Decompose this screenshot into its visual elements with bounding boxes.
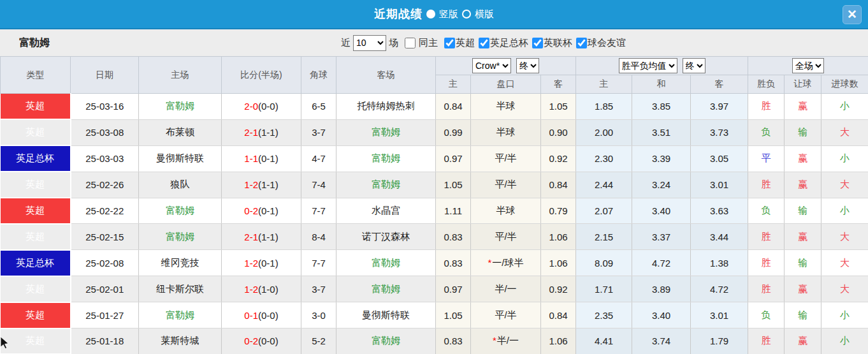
avg-draw-cell: 3.85 [632, 94, 691, 120]
avg-away-cell: 3.63 [691, 198, 748, 224]
corners-cell: 8-4 [301, 224, 336, 250]
odds-home-cell: 1.05 [436, 172, 471, 198]
table-row: 英超25-01-27富勒姆0-1(0-0)3-0曼彻斯特联1.05平/半0.84… [1, 302, 868, 328]
score-cell: 1-1(0-1) [222, 145, 301, 172]
home-team[interactable]: 富勒姆 [139, 94, 222, 120]
away-team[interactable]: 富勒姆 [336, 172, 436, 198]
col-header-avg-away: 客 [691, 75, 748, 94]
league-label: 英联杯 [544, 37, 572, 49]
away-team[interactable]: 诺丁汉森林 [336, 224, 436, 250]
result-goals-cell: 小 [821, 94, 868, 120]
horizontal-layout-radio[interactable] [462, 10, 471, 18]
home-team[interactable]: 富勒姆 [139, 198, 222, 224]
result-group-header: 全场 [748, 57, 868, 75]
odds-home-cell: 0.84 [436, 94, 471, 120]
away-team[interactable]: 曼彻斯特联 [336, 302, 436, 328]
col-header-date: 日期 [71, 57, 139, 94]
half-time-score: (0-0) [258, 101, 278, 112]
handicap-cell: 平/半 [471, 224, 541, 250]
col-header-score: 比分(半场) [222, 57, 301, 94]
avg-home-cell: 4.41 [576, 328, 632, 354]
bookmaker-select[interactable]: Crow* [472, 58, 511, 73]
col-header-home: 主场 [139, 57, 222, 94]
score-cell: 2-0(0-0) [222, 94, 301, 120]
avg-type-select[interactable]: 胜平负均值 [619, 58, 677, 73]
home-team[interactable]: 维冈竞技 [139, 250, 222, 276]
result-handicap-cell: 赢 [785, 145, 821, 172]
result-goals-cell: 小 [821, 302, 868, 328]
table-row: 英超25-02-22富勒姆0-2(0-1)7-7水晶宫1.11半球0.792.0… [1, 198, 868, 224]
horizontal-layout-label[interactable]: 横版 [475, 8, 494, 20]
league-checkbox[interactable] [444, 38, 455, 48]
away-team[interactable]: 托特纳姆热刺 [336, 94, 436, 120]
away-team[interactable]: 水晶宫 [336, 198, 436, 224]
home-team[interactable]: 布莱顿 [139, 119, 222, 145]
half-time-score: (1-1) [258, 127, 278, 138]
odds-home-cell: 1.11 [436, 198, 471, 224]
league-type-badge: 英超 [1, 302, 71, 328]
half-time-score: (0-0) [258, 310, 278, 321]
full-time-score: 1-2 [244, 258, 258, 269]
result-goals-cell: 小 [821, 198, 868, 224]
half-time-score: (0-1) [258, 153, 278, 164]
match-date: 25-02-15 [71, 224, 139, 250]
full-time-score: 2-1 [244, 232, 258, 242]
avg-time-select[interactable]: 终 [683, 58, 705, 73]
league-checkbox[interactable] [532, 38, 543, 48]
avg-away-cell: 3.01 [691, 172, 748, 198]
table-row: 英超25-02-15富勒姆2-1(1-1)8-4诺丁汉森林0.83平/半1.06… [1, 224, 868, 250]
result-goals-cell: 小 [821, 145, 868, 172]
away-team[interactable]: 富勒姆 [336, 250, 436, 276]
home-team[interactable]: 曼彻斯特联 [139, 145, 222, 172]
home-team[interactable]: 狼队 [139, 172, 222, 198]
match-count-select[interactable]: 10 [353, 35, 386, 51]
home-team[interactable]: 纽卡斯尔联 [139, 276, 222, 302]
period-select[interactable]: 全场 [792, 58, 824, 73]
same-home-checkbox[interactable] [405, 38, 416, 48]
score-cell: 1-2(0-1) [222, 250, 301, 276]
vertical-layout-radio[interactable] [426, 10, 435, 18]
score-cell: 1-2(1-1) [222, 172, 301, 198]
odds-group-header: Crow* 终 [436, 57, 576, 75]
avg-draw-cell: 3.40 [632, 198, 691, 224]
avg-home-cell: 1.85 [576, 94, 632, 120]
odds-home-cell: 0.83 [436, 250, 471, 276]
league-checkbox[interactable] [479, 38, 489, 48]
avg-home-cell: 8.09 [576, 250, 632, 276]
corners-cell: 5-2 [301, 328, 336, 354]
title-group: 近期战绩 竖版 横版 [374, 6, 494, 22]
away-team[interactable]: 富勒姆 [336, 145, 436, 172]
col-header-handicap: 盘口 [471, 75, 541, 94]
vertical-layout-label[interactable]: 竖版 [439, 8, 458, 20]
away-team[interactable]: 富勒姆 [336, 119, 436, 145]
avg-draw-cell: 3.51 [632, 119, 691, 145]
result-handicap-cell: 赢 [785, 328, 821, 354]
home-team[interactable]: 富勒姆 [139, 224, 222, 250]
league-filters: 英超英足总杯英联杯球会友谊 [440, 37, 626, 49]
odds-time-select[interactable]: 终 [516, 58, 539, 73]
close-icon: ✕ [847, 8, 857, 21]
away-team[interactable]: 富勒姆 [336, 328, 436, 354]
home-team[interactable]: 富勒姆 [139, 302, 222, 328]
handicap-star: * [493, 335, 496, 346]
league-type-badge: 英超 [1, 119, 71, 145]
away-team[interactable]: 富勒姆 [336, 276, 436, 302]
result-wdl-cell: 胜 [748, 250, 785, 276]
table-row: 英超25-01-18莱斯特城0-2(0-0)5-2富勒姆0.83*半/一1.06… [1, 328, 868, 354]
handicap-star: * [488, 257, 491, 268]
league-checkbox[interactable] [576, 38, 587, 48]
avg-draw-cell: 3.39 [632, 145, 691, 172]
close-button[interactable]: ✕ [843, 5, 862, 24]
home-team[interactable]: 莱斯特城 [139, 328, 222, 354]
league-type-badge: 英超 [1, 172, 71, 198]
odds-away-cell: 1.06 [541, 328, 576, 354]
result-handicap-cell: 输 [785, 119, 821, 145]
half-time-score: (0-0) [258, 336, 278, 346]
handicap-text: 半/一 [495, 283, 516, 294]
handicap-cell: 半/一 [471, 276, 541, 302]
corners-cell: 4-7 [301, 145, 336, 172]
handicap-text: 半球 [496, 205, 516, 216]
odds-home-cell: 1.05 [436, 302, 471, 328]
result-wdl-cell: 负 [748, 119, 785, 145]
odds-home-cell: 0.97 [436, 276, 471, 302]
